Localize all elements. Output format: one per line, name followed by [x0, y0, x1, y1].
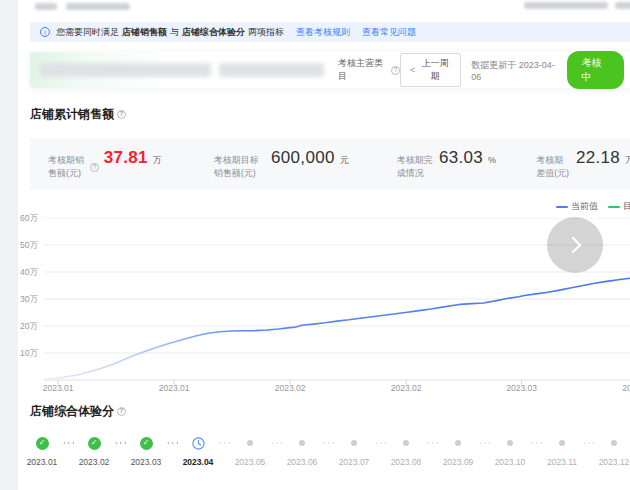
timeline-step-2023.10: 2023.10 — [490, 436, 530, 467]
timeline-connector — [322, 442, 334, 444]
legend-target-value[interactable]: 目标值 — [608, 200, 630, 213]
banner-metric-sales: 店铺销售额 — [122, 26, 167, 39]
x-tick-label: 2023.02 — [275, 383, 306, 393]
timeline-month-label: 2023.10 — [495, 457, 526, 467]
x-tick-label: 2023.01 — [43, 383, 74, 393]
experience-section-title: 店铺综合体验分 ? — [30, 403, 126, 420]
legend-line-icon — [608, 206, 620, 208]
timeline-connector — [270, 442, 282, 444]
timeline-step-2023.02: ✓2023.02 — [74, 436, 114, 467]
metric-value: 22.18 — [576, 148, 620, 168]
check-icon: ✓ — [140, 437, 153, 450]
timeline-connector — [582, 442, 594, 444]
view-faq-link[interactable]: 查看常见问题 — [362, 26, 416, 39]
y-tick-label: 50万 — [20, 240, 38, 252]
chevron-right-icon — [564, 237, 581, 254]
assessment-info-banner: i 您需要同时满足 店铺销售额 与 店铺综合体验分 两项指标 查看考核规则 查看… — [30, 22, 630, 42]
status-badge: 考核中 — [567, 51, 624, 89]
timeline-connector — [530, 442, 542, 444]
timeline-step-2023.09: 2023.09 — [438, 436, 478, 467]
carousel-next-button[interactable] — [547, 217, 603, 273]
pending-dot-icon — [611, 440, 617, 446]
y-tick-label: 30万 — [20, 294, 38, 306]
breadcrumb-redacted — [35, 3, 57, 10]
timeline-month-label: 2023.01 — [27, 457, 58, 467]
clock-icon — [192, 437, 205, 450]
chart-x-axis-labels: 2023.012023.012023.022023.022023.032023.… — [44, 383, 630, 395]
sales-section-title: 店铺累计销售额 ? — [30, 106, 126, 123]
pending-dot-icon — [559, 440, 565, 446]
banner-text: 您需要同时满足 — [56, 26, 119, 39]
assessment-dashboard-page: i 您需要同时满足 店铺销售额 与 店铺综合体验分 两项指标 查看考核规则 查看… — [0, 0, 630, 490]
chart-legend: 当前值 目标值 — [556, 200, 630, 213]
store-header-card: 考核主营类目 ? < 上一周期 数据更新于 2023-04-06 考核中 — [30, 52, 630, 88]
help-icon[interactable]: ? — [391, 66, 400, 75]
chevron-left-icon: < — [410, 65, 415, 75]
banner-metric-experience: 店铺综合体验分 — [182, 26, 245, 39]
timeline-connector — [478, 442, 490, 444]
left-gutter — [0, 0, 18, 490]
timeline-month-label: 2023.03 — [131, 457, 162, 467]
metric-target-sales: 考核期目标销售额(元) 600,000 元 — [214, 148, 349, 180]
metric-value: 63.03 — [439, 148, 483, 168]
help-icon[interactable]: ? — [117, 407, 126, 416]
timeline-connector — [374, 442, 386, 444]
x-tick-label: 2023.02 — [391, 383, 422, 393]
banner-text-suffix: 两项指标 — [248, 26, 284, 39]
prev-period-button[interactable]: < 上一周期 — [400, 53, 461, 87]
metric-gap: 考核期差值(元) 22.18 万 — [536, 148, 630, 180]
timeline-connector — [62, 442, 74, 444]
timeline-step-2023.05: 2023.05 — [230, 436, 270, 467]
store-info-redacted — [219, 63, 324, 77]
timeline-step-2023.04: 2023.04 — [178, 436, 218, 467]
timeline-step-2023.07: 2023.07 — [334, 436, 374, 467]
view-assessment-rules-link[interactable]: 查看考核规则 — [296, 26, 350, 39]
timeline-connector — [114, 442, 126, 444]
current-value-line — [44, 278, 630, 379]
monthly-progress-timeline: ✓2023.01✓2023.02✓2023.032023.042023.0520… — [22, 436, 630, 467]
timeline-month-label: 2023.12 — [599, 457, 630, 467]
y-tick-label: 40万 — [20, 267, 38, 279]
timeline-month-label: 2023.06 — [287, 457, 318, 467]
sales-line-chart — [44, 218, 630, 386]
banner-conjunction: 与 — [170, 26, 179, 39]
timeline-month-label: 2023.04 — [183, 457, 214, 467]
timeline-step-2023.06: 2023.06 — [282, 436, 322, 467]
timeline-connector — [166, 442, 178, 444]
timeline-month-label: 2023.02 — [79, 457, 110, 467]
store-name-redacted — [40, 63, 211, 77]
metric-period-sales: 考核期销售额(元)? 37.81 万 — [48, 148, 162, 180]
timeline-month-label: 2023.09 — [443, 457, 474, 467]
timeline-connector — [426, 442, 438, 444]
legend-line-icon — [556, 206, 568, 208]
check-icon: ✓ — [88, 437, 101, 450]
legend-current-value[interactable]: 当前值 — [556, 200, 598, 213]
timeline-connector — [218, 442, 230, 444]
pending-dot-icon — [247, 440, 253, 446]
metric-completion: 考核期完成情况 63.03 % — [397, 148, 496, 180]
metrics-panel: 考核期销售额(元)? 37.81 万 考核期目标销售额(元) 600,000 元… — [30, 138, 630, 190]
y-tick-label: 20万 — [20, 321, 38, 333]
pending-dot-icon — [403, 440, 409, 446]
y-tick-label: 10万 — [20, 348, 38, 360]
x-tick-label: 2023.01 — [159, 383, 190, 393]
check-icon: ✓ — [36, 437, 49, 450]
x-tick-label: 2023.03 — [506, 383, 537, 393]
timeline-month-label: 2023.07 — [339, 457, 370, 467]
main-category-label: 考核主营类目 ? — [338, 57, 400, 83]
pending-dot-icon — [299, 440, 305, 446]
pending-dot-icon — [455, 440, 461, 446]
timeline-step-2023.11: 2023.11 — [542, 436, 582, 467]
timeline-step-2023.03: ✓2023.03 — [126, 436, 166, 467]
help-icon[interactable]: ? — [117, 110, 126, 119]
timeline-step-2023.08: 2023.08 — [386, 436, 426, 467]
period-text-redacted — [524, 2, 608, 9]
metric-value: 37.81 — [104, 148, 148, 168]
timeline-step-2023.01: ✓2023.01 — [22, 436, 62, 467]
period-text2-redacted — [615, 2, 630, 9]
help-icon[interactable]: ? — [90, 163, 99, 172]
pending-dot-icon — [351, 440, 357, 446]
data-updated-text: 数据更新于 2023-04-06 — [471, 59, 556, 82]
breadcrumb-page-redacted — [66, 3, 130, 10]
metric-value: 600,000 — [271, 148, 335, 168]
